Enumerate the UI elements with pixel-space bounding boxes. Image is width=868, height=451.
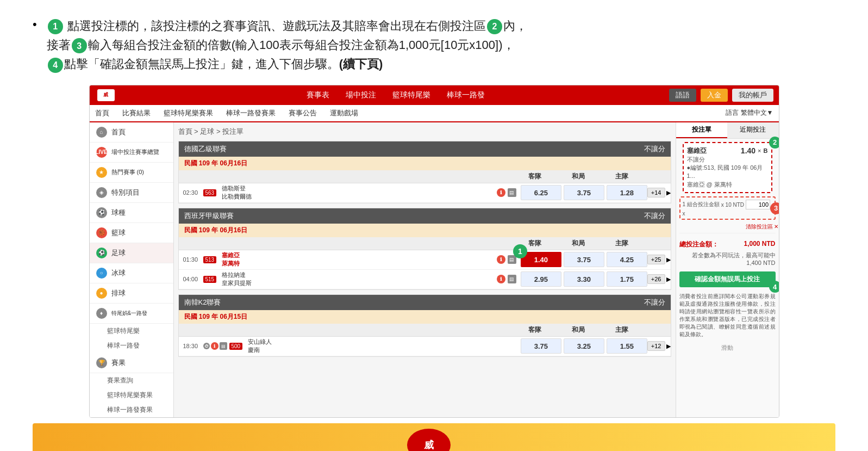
language-selector[interactable]: 語言 繁體中文▼ bbox=[726, 108, 773, 118]
sidebar-item-hot[interactable]: ★ 熱門賽事 (0) bbox=[90, 163, 173, 183]
disclaimer-text: 消費者投注前應詳閱本公司運動彩券規範及虛擬通路投注服務使用條款，投注時請使用網站… bbox=[676, 289, 779, 342]
stat-icon-korea[interactable]: ▤ bbox=[220, 342, 227, 350]
odds-headers-spain: 客隊 和局 主隊 bbox=[179, 237, 671, 250]
sidebar-sub-baseball-results[interactable]: 棒球一路發賽果 bbox=[90, 403, 173, 417]
odds-draw-spain-1[interactable]: 3.75 bbox=[564, 252, 604, 267]
right-panel-tabs: 投注單 近期投注 bbox=[676, 122, 779, 139]
col-draw-korea: 和局 bbox=[557, 325, 600, 335]
sec-nav-home[interactable]: 首頁 bbox=[95, 108, 109, 118]
tab-recent-bets[interactable]: 近期投注 bbox=[727, 122, 779, 138]
info-icon-spain-1[interactable]: ℹ bbox=[497, 255, 505, 264]
sec-nav-announcements[interactable]: 賽事公告 bbox=[289, 108, 317, 118]
match-date-korea: 民國 109 年 06月15日 bbox=[179, 310, 671, 324]
live-icon: LIVE bbox=[96, 147, 107, 158]
info-icon[interactable]: ℹ bbox=[497, 188, 505, 197]
info-icon-korea[interactable]: ℹ bbox=[211, 342, 218, 350]
sidebar-item-volleyball[interactable]: ● 排球 bbox=[90, 283, 173, 304]
plus-btn-spain-2[interactable]: +26 bbox=[647, 274, 665, 284]
sec-nav-sports[interactable]: 運動戲場 bbox=[330, 108, 358, 118]
sidebar-sub-baseball-tail[interactable]: 棒球一路發 bbox=[90, 338, 173, 353]
nav-link-baseball[interactable]: 棒球一路發 bbox=[447, 90, 485, 100]
sidebar-item-tail[interactable]: ♦ 特尾娯&一路發 bbox=[90, 304, 173, 324]
bottom-banner: 威 bbox=[33, 423, 835, 451]
odds-home-spain-1[interactable]: 4.25 bbox=[607, 252, 647, 267]
bet-detail-1: ●編號:513, 民國 109 年 06月1... bbox=[687, 164, 768, 181]
sidebar-sub-basketball-tail[interactable]: 籃球特尾樂 bbox=[90, 324, 173, 338]
home-icon: ⌂ bbox=[96, 127, 107, 138]
league-header-spain: 西班牙甲級聯賽 不讓分 bbox=[179, 208, 671, 224]
instruction-text-3: 4點擊「確認金額無誤馬上投注」鍵，進入下個步驟。(續下頁) bbox=[47, 57, 383, 71]
match-time-korea-1: 18:30 bbox=[179, 343, 203, 349]
odds-home-korea-1[interactable]: 1.55 bbox=[607, 338, 647, 354]
clear-bet-button[interactable]: 清除投注區 ✕ bbox=[676, 223, 779, 231]
account-button[interactable]: 我的帳戶 bbox=[732, 89, 773, 102]
info-icon-spain-2[interactable]: ℹ bbox=[497, 275, 505, 283]
plus-btn-spain-1[interactable]: +25 bbox=[647, 255, 665, 264]
odds-home-germany-1[interactable]: 1.28 bbox=[607, 185, 647, 200]
lang-button[interactable]: 語語 bbox=[669, 89, 696, 102]
input-x-label: x bbox=[683, 211, 772, 217]
sidebar-item-basketball[interactable]: 🏀 籃球 bbox=[90, 223, 173, 243]
bet-multiplier-input[interactable] bbox=[746, 200, 770, 209]
odds-home-spain-2[interactable]: 1.75 bbox=[607, 271, 647, 287]
plus-btn-korea-1[interactable]: +12 bbox=[647, 341, 665, 351]
sidebar-sub-results-query[interactable]: 賽果查詢 bbox=[90, 373, 173, 388]
league-type-korea: 不讓分 bbox=[644, 298, 665, 307]
plus-btn-germany-1[interactable]: +14 bbox=[647, 188, 665, 197]
instructions-section: • 1 點選投注標的，該投注標的之賽事資訊、遊戲玩法及其賠率會出現在右側投注區2… bbox=[33, 16, 835, 74]
tail-icon: ♦ bbox=[96, 308, 107, 319]
bet-slip-area: 塞維亞 1.40 × B 不讓分 ●編號:513, 民國 109 年 06月1.… bbox=[683, 142, 772, 194]
bet-odds-value: 1.40 bbox=[741, 146, 755, 155]
stat-icon[interactable]: ▤ bbox=[508, 188, 516, 197]
match-info-korea-1: 安山綠人 慶南 bbox=[245, 338, 521, 354]
bet-team-name: 塞維亞 bbox=[687, 146, 707, 156]
sidebar-item-home[interactable]: ⌂ 首頁 bbox=[90, 122, 173, 143]
badge-4-inst: 4 bbox=[48, 58, 63, 73]
match-time-spain-1: 01:30 bbox=[179, 256, 203, 263]
sidebar-item-soccer[interactable]: ⚽ 足球 bbox=[90, 243, 173, 263]
tab-bet-slip[interactable]: 投注單 bbox=[676, 122, 728, 138]
sidebar-item-results[interactable]: 🏆 賽果 bbox=[90, 353, 173, 373]
confirm-bet-button[interactable]: 確認金額無誤馬上投注 bbox=[679, 271, 776, 287]
badge-circle-1: 1 bbox=[513, 244, 527, 258]
odds-away-korea-1[interactable]: 3.75 bbox=[521, 338, 561, 354]
nav-link-live[interactable]: 場中投注 bbox=[346, 90, 376, 100]
page-container: • 1 點選投注標的，該投注標的之賽事資訊、遊戲玩法及其賠率會出現在右側投注區2… bbox=[0, 0, 868, 451]
basketball-icon: 🏀 bbox=[96, 227, 107, 238]
sidebar-item-live[interactable]: LIVE 場中投注賽事總覽 bbox=[90, 143, 173, 163]
top-nav: 威 賽事表 場中投注 籃球特尾樂 棒球一路發 語語 入金 我的帳戶 bbox=[90, 85, 779, 105]
match-info-spain-1: 塞維亞 萊萬特 bbox=[219, 251, 497, 268]
odds-draw-germany-1[interactable]: 3.75 bbox=[564, 185, 604, 200]
deposit-button[interactable]: 入金 bbox=[701, 89, 728, 102]
odds-headers-korea: 客隊 和局 主隊 bbox=[179, 324, 671, 337]
badge-2-panel: 2 bbox=[769, 137, 779, 149]
col-home-korea: 主隊 bbox=[600, 325, 644, 335]
sec-nav-basketball-results[interactable]: 籃球特尾樂賽果 bbox=[164, 108, 213, 118]
odds-group-spain-1: 1 1.40 3.75 4.25 bbox=[521, 252, 647, 267]
sidebar-sub-basketball-results[interactable]: 籃球特尾樂賽果 bbox=[90, 388, 173, 403]
sidebar-item-ice[interactable]: ○ 冰球 bbox=[90, 263, 173, 283]
match-id-germany-1: 563 bbox=[203, 189, 217, 196]
col-draw-germany: 和局 bbox=[557, 172, 600, 181]
stat-icon-spain-2[interactable]: ▤ bbox=[508, 275, 516, 283]
league-name-germany: 德國乙級聯賽 bbox=[184, 144, 644, 154]
odds-headers-germany: 客隊 和局 主隊 bbox=[179, 170, 671, 183]
odds-away-spain-1-selected[interactable]: 1.40 bbox=[521, 252, 561, 267]
nav-link-schedule[interactable]: 賽事表 bbox=[307, 90, 329, 100]
odds-draw-korea-1[interactable]: 3.25 bbox=[564, 338, 604, 354]
odds-away-spain-2[interactable]: 2.95 bbox=[521, 271, 561, 287]
screenshot-wrapper: 威 賽事表 場中投注 籃球特尾樂 棒球一路發 語語 入金 我的帳戶 首頁 比賽結… bbox=[89, 85, 779, 418]
sidebar-item-sport-type[interactable]: ⚽ 球種 bbox=[90, 203, 173, 223]
col-home-germany: 主隊 bbox=[600, 172, 644, 181]
bottom-logo: 威 bbox=[407, 429, 451, 451]
sec-nav-results[interactable]: 比賽結果 bbox=[122, 108, 151, 118]
sidebar: ⌂ 首頁 LIVE 場中投注賽事總覽 ★ 熱門賽事 (0) ◈ 特別項目 ⚽ bbox=[90, 122, 174, 417]
sidebar-item-special[interactable]: ◈ 特別項目 bbox=[90, 183, 173, 203]
nav-link-basketball[interactable]: 籃球特尾樂 bbox=[392, 90, 430, 100]
hot-icon: ★ bbox=[96, 167, 107, 178]
sec-nav-baseball-results[interactable]: 棒球一路發賽果 bbox=[226, 108, 276, 118]
badge-4-panel: 4 bbox=[769, 281, 779, 293]
match-id-spain-1: 513 bbox=[203, 256, 217, 263]
odds-draw-spain-2[interactable]: 3.30 bbox=[564, 271, 604, 287]
odds-away-germany-1[interactable]: 6.25 bbox=[521, 185, 561, 200]
